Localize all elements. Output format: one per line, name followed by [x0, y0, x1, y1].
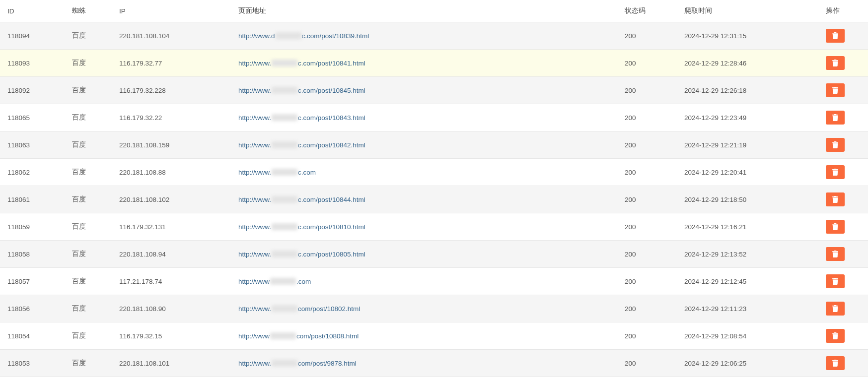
cell-status: 200: [617, 131, 677, 159]
redacted-segment: [276, 32, 301, 39]
cell-time: 2024-12-29 12:11:23: [677, 295, 818, 322]
cell-spider: 百度: [65, 377, 112, 382]
page-url-link[interactable]: http://www.c.com/post/10845.html: [238, 87, 365, 94]
cell-time: 2024-12-29 12:03:57: [677, 377, 818, 382]
cell-status: 200: [617, 104, 677, 131]
cell-status: 200: [617, 213, 677, 241]
delete-button[interactable]: [826, 274, 845, 288]
delete-button[interactable]: [826, 356, 845, 370]
page-url-link[interactable]: http://www.com: [238, 278, 311, 285]
cell-spider: 百度: [65, 213, 112, 241]
cell-url: http://www.c.com/post/10845.html: [231, 77, 617, 104]
cell-ip: 220.181.108.102: [112, 186, 231, 213]
col-header-operation: 操作: [818, 0, 868, 22]
cell-ip: 117.21.178.74: [112, 268, 231, 295]
cell-url: http://www.c.com/post/10804.html: [231, 377, 617, 382]
cell-id: 118057: [0, 268, 65, 295]
col-header-ip: IP: [112, 0, 231, 22]
cell-id: 118054: [0, 322, 65, 350]
page-url-link[interactable]: http://www.c.com/post/10841.html: [238, 60, 365, 67]
page-url-link[interactable]: http://www.dc.com/post/10839.html: [238, 32, 369, 40]
delete-button[interactable]: [826, 111, 845, 125]
table-row: 118061 百度 220.181.108.102 http://www.c.c…: [0, 186, 868, 213]
trash-icon: [832, 169, 839, 176]
cell-time: 2024-12-29 12:31:15: [677, 22, 818, 50]
page-url-link[interactable]: http://www.c.com/post/10842.html: [238, 141, 365, 149]
page-url-link[interactable]: http://www.c.com: [238, 169, 316, 176]
page-url-link[interactable]: http://www.c.com/post/10843.html: [238, 114, 365, 122]
delete-button[interactable]: [826, 302, 845, 316]
cell-status: 200: [617, 77, 677, 104]
col-header-spider: 蜘蛛: [65, 0, 112, 22]
col-header-status: 状态码: [617, 0, 677, 22]
cell-ip: 116.179.32.15: [112, 322, 231, 350]
cell-url: http://www.c.com/post/10841.html: [231, 50, 617, 77]
cell-ip: 220.181.108.159: [112, 131, 231, 159]
cell-time: 2024-12-29 12:28:46: [677, 50, 818, 77]
cell-status: 200: [617, 22, 677, 50]
cell-id: 118094: [0, 22, 65, 50]
page-url-link[interactable]: http://www.com/post/10802.html: [238, 305, 360, 313]
redacted-segment: [272, 223, 297, 230]
cell-operation: [818, 322, 868, 350]
cell-status: 200: [617, 186, 677, 213]
page-url-link[interactable]: http://www.com/post/9878.html: [238, 360, 357, 367]
cell-id: 118062: [0, 159, 65, 186]
cell-ip: 116.179.32.228: [112, 77, 231, 104]
table-row: 118065 百度 116.179.32.22 http://www.c.com…: [0, 104, 868, 131]
page-url-link[interactable]: http://www.c.com/post/10805.html: [238, 251, 365, 258]
cell-time: 2024-12-29 12:13:52: [677, 241, 818, 268]
trash-icon: [832, 360, 839, 367]
redacted-segment: [270, 332, 296, 339]
cell-time: 2024-12-29 12:12:45: [677, 268, 818, 295]
page-url-link[interactable]: http://wwwcom/post/10808.html: [238, 332, 359, 340]
page-url-link[interactable]: http://www.c.com/post/10844.html: [238, 196, 365, 203]
delete-button[interactable]: [826, 29, 845, 43]
cell-url: http://www.com/post/9878.html: [231, 350, 617, 377]
delete-button[interactable]: [826, 247, 845, 261]
cell-time: 2024-12-29 12:26:18: [677, 77, 818, 104]
cell-status: 200: [617, 50, 677, 77]
delete-button[interactable]: [826, 165, 845, 179]
cell-spider: 百度: [65, 22, 112, 50]
table-row: 118057 百度 117.21.178.74 http://www.com 2…: [0, 268, 868, 295]
cell-spider: 百度: [65, 295, 112, 322]
cell-id: 118053: [0, 350, 65, 377]
delete-button[interactable]: [826, 192, 845, 206]
delete-button[interactable]: [826, 56, 845, 70]
table-row: 118062 百度 220.181.108.88 http://www.c.co…: [0, 159, 868, 186]
cell-id: 118058: [0, 241, 65, 268]
delete-button[interactable]: [826, 83, 845, 97]
page-url-link[interactable]: http://www.c.com/post/10810.html: [238, 223, 365, 231]
delete-button[interactable]: [826, 220, 845, 234]
cell-spider: 百度: [65, 131, 112, 159]
cell-ip: 116.179.32.22: [112, 104, 231, 131]
cell-spider: 百度: [65, 322, 112, 350]
delete-button[interactable]: [826, 329, 845, 343]
trash-icon: [832, 60, 839, 66]
table-row: 118093 百度 116.179.32.77 http://www.c.com…: [0, 50, 868, 77]
redacted-segment: [272, 114, 297, 121]
cell-time: 2024-12-29 12:18:50: [677, 186, 818, 213]
cell-id: 118092: [0, 77, 65, 104]
table-row: 118059 百度 116.179.32.131 http://www.c.co…: [0, 213, 868, 241]
cell-spider: 百度: [65, 241, 112, 268]
redacted-segment: [272, 87, 297, 94]
cell-spider: 百度: [65, 186, 112, 213]
cell-operation: [818, 131, 868, 159]
cell-operation: [818, 213, 868, 241]
trash-icon: [832, 32, 839, 39]
cell-url: http://wwwcom/post/10808.html: [231, 322, 617, 350]
cell-operation: [818, 295, 868, 322]
cell-id: 118059: [0, 213, 65, 241]
table-row: 118063 百度 220.181.108.159 http://www.c.c…: [0, 131, 868, 159]
table-row: 118092 百度 116.179.32.228 http://www.c.co…: [0, 77, 868, 104]
cell-time: 2024-12-29 12:06:25: [677, 350, 818, 377]
crawl-log-table: ID 蜘蛛 IP 页面地址 状态码 爬取时间 操作 118094 百度 220.…: [0, 0, 868, 382]
cell-time: 2024-12-29 12:23:49: [677, 104, 818, 131]
trash-icon: [832, 223, 839, 230]
cell-spider: 百度: [65, 268, 112, 295]
table-row: 118053 百度 220.181.108.101 http://www.com…: [0, 350, 868, 377]
cell-status: 200: [617, 268, 677, 295]
delete-button[interactable]: [826, 138, 845, 152]
